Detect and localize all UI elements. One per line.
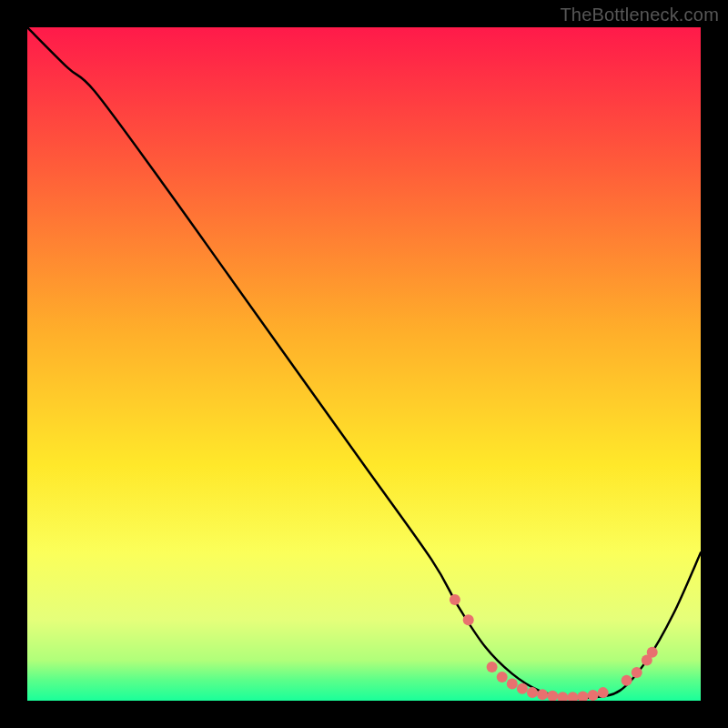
data-dot xyxy=(598,687,609,698)
data-dot xyxy=(507,679,518,690)
plot-area xyxy=(27,27,701,701)
gradient-background xyxy=(27,27,701,701)
data-dot xyxy=(632,667,642,678)
data-dot xyxy=(647,647,658,658)
data-dot xyxy=(487,662,498,672)
chart-container: TheBottleneck.com xyxy=(0,0,728,728)
data-dot xyxy=(450,594,460,605)
chart-svg xyxy=(27,27,701,701)
data-dot xyxy=(527,687,538,698)
data-dot xyxy=(588,690,599,701)
data-dot xyxy=(517,683,528,694)
data-dot xyxy=(497,672,508,682)
data-dot xyxy=(537,689,548,700)
data-dot xyxy=(622,675,632,686)
data-dot xyxy=(463,614,474,625)
watermark-text: TheBottleneck.com xyxy=(560,5,719,25)
